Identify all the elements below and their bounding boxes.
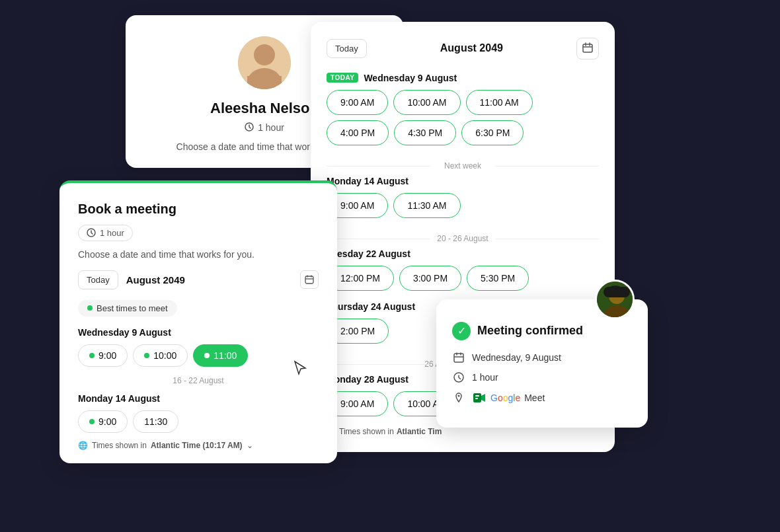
day-section-mon14: Monday 14 August 9:00 AM 11:30 AM xyxy=(327,176,599,218)
clock-icon xyxy=(245,122,254,133)
confirmation-avatar xyxy=(595,280,635,319)
day-label-wed9: TODAY Wednesday 9 August xyxy=(327,73,599,83)
calendar-timezone-footer: 🌐 Times shown in Atlantic Tim xyxy=(327,427,599,436)
time-slots-mon14: 9:00 AM 11:30 AM xyxy=(327,193,599,218)
time-slots-tue22: 12:00 PM 3:00 PM 5:30 PM xyxy=(327,266,599,291)
calendar-month-title: August 2049 xyxy=(440,42,503,54)
calendar-icon-confirm xyxy=(452,351,465,364)
booking-slot-1000[interactable]: 10:00 xyxy=(133,344,188,367)
week-range-label: 16 - 22 August xyxy=(78,372,319,393)
meet-text: Meet xyxy=(524,393,545,403)
confirm-duration-detail: 1 hour xyxy=(452,371,632,384)
booking-today-button[interactable]: Today xyxy=(78,270,118,289)
week-separator-20-26: 20 - 26 August xyxy=(327,229,599,248)
chevron-down-icon: ⌄ xyxy=(247,441,253,450)
booking-slot-900[interactable]: 9:00 xyxy=(78,344,128,367)
svg-rect-19 xyxy=(475,398,478,399)
booking-slot-1100[interactable]: 11:00 xyxy=(193,344,248,367)
confirm-date-detail: Wednesday, 9 August xyxy=(452,351,632,364)
confirm-title-row: ✓ Meeting confirmed xyxy=(452,322,632,340)
svg-point-1 xyxy=(254,44,275,65)
gmeet-icon xyxy=(472,391,487,405)
day-section-wed9: TODAY Wednesday 9 August 9:00 AM 10:00 A… xyxy=(327,73,599,145)
booking-slots-mon14: 9:00 11:30 xyxy=(78,410,319,433)
time-slot[interactable]: 5:30 PM xyxy=(467,266,529,291)
day-label-mon14: Monday 14 August xyxy=(327,176,599,186)
booking-card: Book a meeting 1 hour Choose a date and … xyxy=(59,180,337,463)
slot-dot xyxy=(89,419,95,424)
calendar-header: Today August 2049 xyxy=(327,38,599,59)
svg-rect-14 xyxy=(454,354,463,362)
slot-dot xyxy=(144,353,149,358)
today-button[interactable]: Today xyxy=(327,39,367,58)
booking-timezone[interactable]: 🌐 Times shown in Atlantic Time (10:17 AM… xyxy=(78,441,319,450)
booking-duration-badge: 1 hour xyxy=(78,225,133,241)
today-badge: TODAY xyxy=(327,73,358,83)
time-slot[interactable]: 4:00 PM xyxy=(327,120,389,145)
booking-slots-wed9: 9:00 10:00 11:00 xyxy=(78,344,319,367)
time-slots-wed9: 9:00 AM 10:00 AM 11:00 AM 4:00 PM 4:30 P… xyxy=(327,90,599,145)
week-separator-next: Next week xyxy=(327,156,599,176)
google-text: Google xyxy=(490,393,520,403)
confirm-check-icon: ✓ xyxy=(452,322,471,340)
clock-icon-confirm xyxy=(452,371,465,384)
booking-day-mon14: Monday 14 August xyxy=(78,393,319,404)
confirm-title: Meeting confirmed xyxy=(477,324,583,338)
svg-rect-18 xyxy=(475,395,479,397)
booking-slot-1130[interactable]: 11:30 xyxy=(133,410,178,433)
time-slot[interactable]: 3:00 PM xyxy=(399,266,461,291)
booking-month: August 2049 xyxy=(126,274,292,285)
best-times-pill: Best times to meet xyxy=(78,300,177,317)
time-slot[interactable]: 4:30 PM xyxy=(394,120,456,145)
slot-dot xyxy=(204,353,210,358)
day-label-tue22: Tuesday 22 August xyxy=(327,248,599,259)
booking-day-wed9: Wednesday 9 August xyxy=(78,327,319,338)
time-slot[interactable]: 9:00 AM xyxy=(327,90,388,115)
time-slot[interactable]: 6:30 PM xyxy=(461,120,524,145)
slot-dot xyxy=(89,353,95,358)
confirm-platform-detail: Google Meet xyxy=(452,391,632,405)
booking-title: Book a meeting xyxy=(78,202,319,217)
pin-icon-confirm xyxy=(452,391,465,404)
booking-subtitle: Choose a date and time that works for yo… xyxy=(78,249,319,260)
svg-rect-3 xyxy=(247,76,282,89)
svg-point-16 xyxy=(458,395,460,397)
booking-slot-900b[interactable]: 9:00 xyxy=(78,410,128,433)
svg-rect-13 xyxy=(604,287,630,297)
confirmation-card: ✓ Meeting confirmed Wednesday, 9 August … xyxy=(436,299,648,428)
best-times-dot xyxy=(87,305,93,311)
globe-icon-booking: 🌐 xyxy=(78,441,88,450)
time-slot[interactable]: 11:30 AM xyxy=(393,193,460,218)
avatar xyxy=(238,36,291,89)
svg-rect-7 xyxy=(305,276,313,284)
calendar-grid-button[interactable] xyxy=(576,38,599,59)
time-slot[interactable]: 10:00 AM xyxy=(393,90,460,115)
google-meet-logo: Google Meet xyxy=(472,391,545,405)
time-slot[interactable]: 11:00 AM xyxy=(466,90,533,115)
booking-nav: Today August 2049 xyxy=(78,270,319,289)
day-section-tue22: Tuesday 22 August 12:00 PM 3:00 PM 5:30 … xyxy=(327,248,599,291)
svg-rect-5 xyxy=(583,44,592,52)
booking-calendar-icon-button[interactable] xyxy=(300,270,319,289)
clock-small-icon xyxy=(87,228,96,237)
